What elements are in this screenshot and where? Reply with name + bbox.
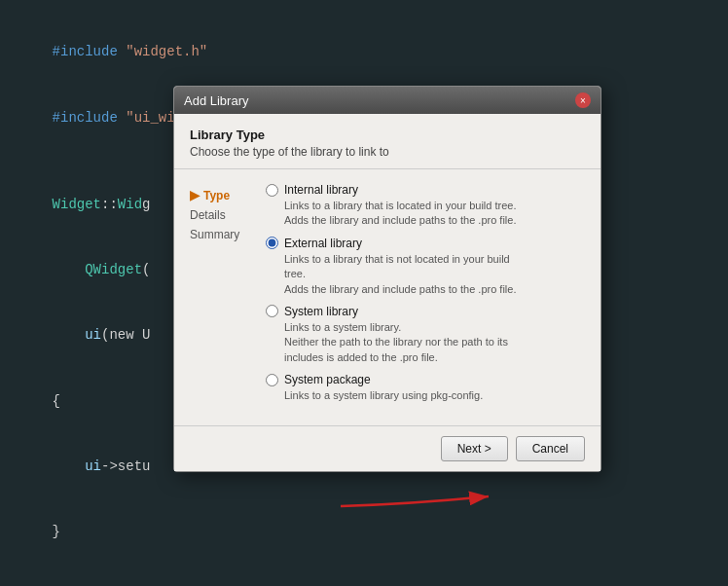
system-library-radio[interactable] [266,305,278,317]
external-library-label: External library [284,237,362,250]
dialog-title: Add Library [184,93,248,108]
dialog-sidebar: ▶ Type Details Summary [174,179,262,416]
sidebar-type-label: Type [203,189,230,202]
cancel-button[interactable]: Cancel [516,436,585,461]
library-type-subtitle: Choose the type of the library to link t… [190,145,585,159]
internal-library-desc: Links to a library that is located in yo… [284,199,587,229]
dialog-body: ▶ Type Details Summary Internal library [174,169,601,425]
system-package-row: System package [266,373,587,386]
dialog-footer: Next > Cancel [174,425,601,471]
internal-library-radio[interactable] [266,184,278,197]
code-line-9: } [19,499,709,565]
internal-library-label: Internal library [284,183,358,197]
external-library-radio[interactable] [266,237,278,249]
system-package-radio[interactable] [266,374,278,386]
system-library-option: System library Links to a system library… [266,305,587,365]
library-type-title: Library Type [190,128,585,142]
close-button[interactable]: × [575,92,591,108]
system-package-desc: Links to a system library using pkg-conf… [284,388,587,403]
system-package-label: System package [284,373,371,386]
sidebar-item-type[interactable]: ▶ Type [184,185,252,205]
internal-library-option: Internal library Links to a library that… [266,183,587,229]
system-library-row: System library [266,305,587,318]
system-package-option: System package Links to a system library… [266,373,587,403]
dialog-main: Internal library Links to a library that… [262,179,601,416]
code-line-1: #include "widget.h" [19,19,709,85]
external-library-desc: Links to a library that is not located i… [284,252,587,297]
external-library-option: External library Links to a library that… [266,237,587,297]
code-line-10 [19,565,709,586]
add-library-dialog: Add Library × Library Type Choose the ty… [173,86,601,472]
dialog-titlebar: Add Library × [174,87,601,114]
sidebar-arrow-icon: ▶ [190,188,200,202]
next-button[interactable]: Next > [441,436,508,461]
system-library-label: System library [284,305,358,318]
external-library-row: External library [266,237,587,250]
dialog-content: Library Type Choose the type of the libr… [174,114,601,471]
sidebar-summary-label: Summary [190,228,239,241]
system-library-desc: Links to a system library.Neither the pa… [284,320,587,365]
internal-library-row: Internal library [266,183,587,197]
sidebar-item-details[interactable]: Details [184,205,252,225]
sidebar-item-summary[interactable]: Summary [184,225,252,244]
dialog-header: Library Type Choose the type of the libr… [174,114,601,169]
sidebar-details-label: Details [190,208,226,222]
